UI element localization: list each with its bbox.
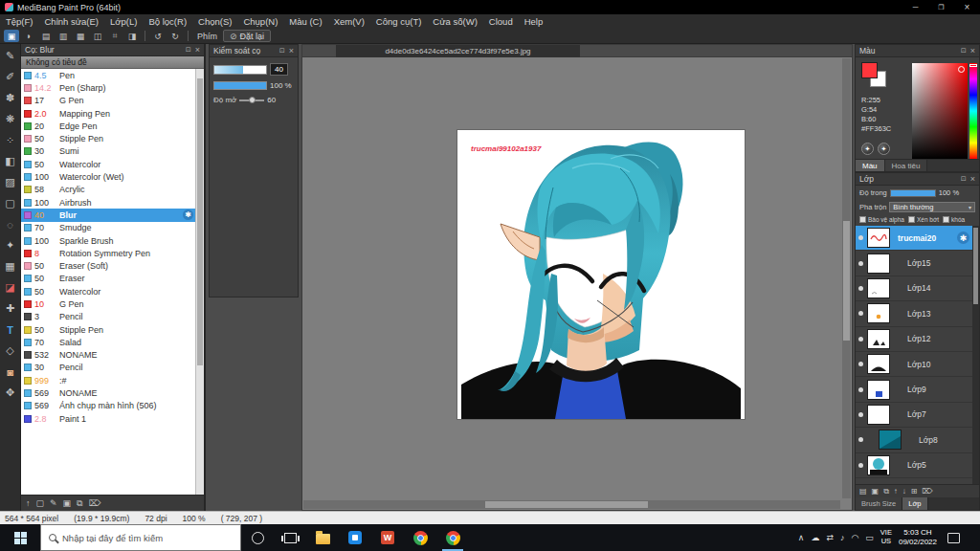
menu-item[interactable]: Chụp(N) [237, 16, 283, 27]
sync-icon[interactable]: ⇄ [826, 533, 834, 542]
cloud-icon[interactable]: ☁ [811, 533, 819, 542]
brush-row[interactable]: 4.5Pen [21, 69, 195, 81]
wand-icon[interactable]: ✦ [2, 235, 19, 255]
brush-row[interactable]: 2.8Paint 1 [21, 412, 195, 425]
color-cursor[interactable] [958, 66, 965, 73]
slider-knob[interactable] [249, 97, 256, 103]
save-icon[interactable]: ▥ [56, 30, 71, 42]
panel-close-icon[interactable] [195, 45, 200, 55]
new-brush-icon[interactable]: ▢ [36, 498, 45, 508]
hand-icon[interactable]: ✥ [2, 383, 19, 403]
hue-cursor[interactable] [969, 64, 977, 67]
undo-icon[interactable]: ↺ [150, 30, 166, 42]
layer-row[interactable]: Lớp7 [856, 403, 972, 428]
menu-item[interactable]: Cloud [483, 16, 519, 27]
menu-item[interactable]: Chọn(S) [192, 16, 237, 27]
menu-item[interactable]: Xem(V) [328, 16, 370, 27]
edit-brush-icon[interactable]: ✎ [50, 498, 57, 508]
grid-icon[interactable]: ▦ [2, 256, 19, 276]
menu-item[interactable]: Tệp(F) [0, 16, 39, 27]
taskbar-search[interactable]: Nhập tại đây để tìm kiếm [40, 524, 241, 551]
brush-row[interactable]: 30Sumi [21, 145, 195, 158]
wifi-icon[interactable]: ◠ [851, 533, 858, 542]
up-icon[interactable]: ↑ [894, 487, 898, 496]
brush-row[interactable]: 569NONAME [21, 386, 195, 399]
brush-row[interactable]: 999:# [21, 374, 195, 386]
blue-app-icon[interactable] [339, 524, 371, 551]
menu-item[interactable]: Màu (C) [283, 16, 327, 27]
brush-row[interactable]: 50Eraser [21, 273, 195, 285]
layer-row[interactable]: trucmai20✱ [856, 226, 972, 251]
brush-row[interactable]: 8Rotation Symmetry Pen [21, 247, 195, 259]
brush-icon[interactable]: ✽ [2, 88, 19, 108]
pen-icon[interactable]: ✎ [2, 46, 19, 66]
palette-icon[interactable]: ✦ [861, 143, 874, 155]
tab-brush-size[interactable]: Brush Size [856, 497, 902, 510]
tab-layers[interactable]: Lớp [902, 497, 927, 510]
brush-row[interactable]: 58Acrylic [21, 184, 195, 196]
panel-restore-icon[interactable] [961, 175, 967, 183]
panel-restore-icon[interactable] [279, 47, 285, 55]
brush-row[interactable]: 70Salad [21, 336, 195, 348]
brush-row[interactable]: 50Stipple Pen [21, 323, 195, 336]
divide-icon[interactable]: ✚ [2, 298, 19, 319]
layer-opacity-slider[interactable] [890, 189, 936, 197]
brush-row[interactable]: 10G Pen [21, 298, 195, 310]
taskview-icon[interactable] [274, 524, 306, 551]
layer-row[interactable]: Lớp12 [856, 327, 972, 352]
brush-list-header[interactable]: Không có tiêu đề [21, 56, 204, 69]
redo-icon[interactable]: ↻ [167, 30, 183, 42]
brush-row[interactable]: 20Edge Pen [21, 120, 195, 132]
brush-row[interactable]: 50Watercolor [21, 158, 195, 170]
layer-row[interactable]: Lớp9 [856, 377, 972, 402]
gear-icon[interactable]: ✱ [957, 231, 969, 244]
visibility-dot[interactable] [858, 387, 863, 392]
text-icon[interactable]: T [2, 320, 19, 340]
brush-row[interactable]: 532NONAME [21, 349, 195, 362]
select-tool-icon[interactable]: ▣ [4, 30, 19, 42]
action-center-icon[interactable] [947, 533, 960, 543]
maximize-button[interactable] [928, 0, 954, 14]
gear-icon[interactable]: ✱ [183, 209, 193, 220]
dot-pen-icon[interactable]: ⁘ [2, 130, 19, 150]
close-button[interactable] [954, 0, 980, 14]
delete-icon[interactable]: ⌦ [89, 498, 101, 508]
canvas-vertical-scrollbar[interactable] [842, 58, 851, 498]
layer-row[interactable]: Lớp5 [856, 453, 972, 478]
menu-item[interactable]: Công cụ(T) [370, 16, 428, 27]
visibility-dot[interactable] [858, 286, 863, 291]
panel-close-icon[interactable] [970, 46, 975, 55]
material-icon[interactable]: ◫ [90, 30, 105, 42]
brush-row[interactable]: 50Stipple Pen [21, 132, 195, 144]
softness-slider[interactable] [239, 99, 264, 101]
audio-icon[interactable]: ♪ [840, 533, 845, 542]
shape-icon[interactable]: ◇ [2, 341, 19, 361]
layer-row[interactable]: Lớp13 [856, 301, 972, 326]
layer-row[interactable]: Lớp10 [856, 352, 972, 377]
duplicate-icon[interactable]: ⧉ [77, 498, 82, 509]
layer-row[interactable]: Lớp14 [856, 276, 972, 301]
saturation-value-picker[interactable] [912, 63, 968, 159]
brush-row[interactable]: 50Watercolor [21, 285, 195, 298]
down-icon[interactable]: ↓ [902, 487, 906, 496]
visibility-dot[interactable] [858, 412, 863, 417]
visibility-dot[interactable] [858, 311, 863, 316]
brush-row[interactable]: 569Ảnh chụp màn hình (506) [21, 400, 195, 412]
document-tab[interactable]: d4de0d3e6424ce5ad2ce774d3f97e5e3.jpg [336, 45, 580, 57]
brush-row[interactable]: 100Sparkle Brush [21, 234, 195, 247]
brush-row[interactable]: 40Blur✱ [21, 209, 195, 221]
folder-icon[interactable]: ▣ [63, 498, 72, 508]
brush-row[interactable]: 3Pencil [21, 311, 195, 323]
reset-button[interactable]: ⊘ Đặt lại [223, 30, 271, 42]
tab-color[interactable]: Màu [856, 160, 885, 171]
brush-list-scrollbar[interactable] [195, 69, 204, 495]
duplicate-layer-icon[interactable]: ⧉ [883, 487, 889, 496]
visibility-dot[interactable] [858, 463, 863, 468]
language-indicator[interactable]: VIE US [880, 529, 892, 545]
visibility-dot[interactable] [858, 437, 863, 442]
panel-close-icon[interactable] [970, 174, 975, 184]
menu-item[interactable]: Help [519, 16, 549, 27]
battery-icon[interactable]: ▭ [865, 533, 874, 542]
chrome-icon[interactable] [436, 524, 469, 551]
visibility-dot[interactable] [858, 337, 863, 342]
